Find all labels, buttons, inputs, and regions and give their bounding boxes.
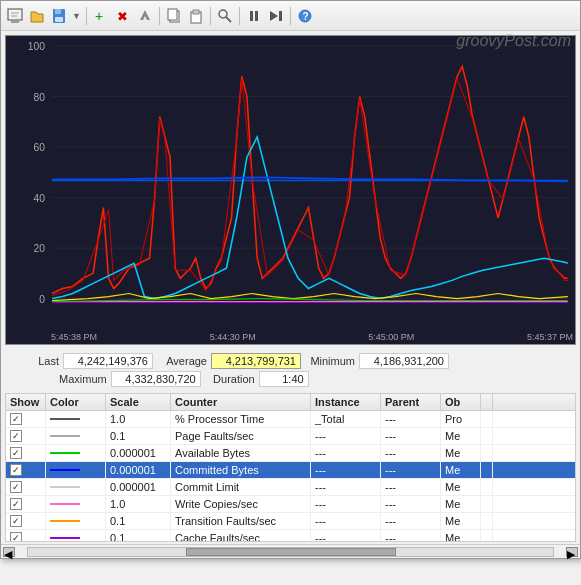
h-scrollbar-area: ◀ ▶ <box>1 544 580 558</box>
average-value: 4,213,799,731 <box>211 353 301 369</box>
save-button[interactable] <box>49 6 69 26</box>
counter-cell: Available Bytes <box>171 445 311 461</box>
counter-cell: Committed Bytes <box>171 462 311 478</box>
x-label-1: 5:45:38 PM <box>51 332 97 342</box>
show-checkbox[interactable] <box>10 481 22 493</box>
svg-text:80: 80 <box>34 92 46 103</box>
add-counter-button[interactable]: + <box>91 6 111 26</box>
col-show: Show <box>6 394 46 410</box>
col-scale: Scale <box>106 394 171 410</box>
help-button[interactable]: ? <box>295 6 315 26</box>
performance-chart: 100 80 60 40 20 0 <box>5 35 576 345</box>
show-checkbox[interactable] <box>10 515 22 527</box>
h-scrollbar-thumb[interactable] <box>186 548 396 556</box>
svg-text:100: 100 <box>28 41 45 52</box>
last-value: 4,242,149,376 <box>63 353 153 369</box>
ob-cell: Me <box>441 462 481 478</box>
col-color: Color <box>46 394 106 410</box>
new-counter-set-button[interactable] <box>5 6 25 26</box>
svg-text:40: 40 <box>34 193 46 204</box>
instance-cell: --- <box>311 479 381 495</box>
svg-rect-0 <box>8 9 22 20</box>
svg-rect-10 <box>168 9 177 20</box>
table-row[interactable]: 0.000001Commit Limit------Me <box>6 479 575 496</box>
instance-cell: --- <box>311 530 381 541</box>
col-counter: Counter <box>171 394 311 410</box>
last-label: Last <box>9 355 59 367</box>
scale-cell: 0.1 <box>106 428 171 444</box>
scroll-right-btn[interactable]: ▶ <box>566 547 578 557</box>
ob-cell: Me <box>441 496 481 512</box>
svg-text:✖: ✖ <box>117 9 128 24</box>
ob-cell: Me <box>441 530 481 541</box>
counter-cell: % Processor Time <box>171 411 311 427</box>
average-label: Average <box>157 355 207 367</box>
scale-cell: 0.1 <box>106 513 171 529</box>
ob-cell: Me <box>441 428 481 444</box>
scroll-left-btn[interactable]: ◀ <box>3 547 15 557</box>
minimum-label: Minimum <box>305 355 355 367</box>
sep5 <box>290 7 291 25</box>
table-row[interactable]: 1.0% Processor Time_Total---Pro <box>6 411 575 428</box>
skip-button[interactable] <box>266 6 286 26</box>
counter-cell: Commit Limit <box>171 479 311 495</box>
show-checkbox[interactable] <box>10 464 22 476</box>
x-label-3: 5:45:00 PM <box>368 332 414 342</box>
main-window: ▼ + ✖ ? groovyPo <box>0 0 581 559</box>
table-row[interactable]: 1.0Write Copies/sec------Me <box>6 496 575 513</box>
table-body: 1.0% Processor Time_Total---Pro0.1Page F… <box>6 411 575 541</box>
scale-cell: 1.0 <box>106 411 171 427</box>
show-checkbox[interactable] <box>10 447 22 459</box>
show-checkbox[interactable] <box>10 430 22 442</box>
svg-text:0: 0 <box>39 294 45 305</box>
svg-rect-6 <box>55 17 63 22</box>
h-scrollbar[interactable] <box>27 547 554 557</box>
scale-cell: 1.0 <box>106 496 171 512</box>
counter-cell: Transition Faults/sec <box>171 513 311 529</box>
parent-cell: --- <box>381 445 441 461</box>
svg-rect-16 <box>255 11 258 21</box>
open-button[interactable] <box>27 6 47 26</box>
col-scroll <box>481 394 493 410</box>
svg-text:?: ? <box>302 11 308 22</box>
parent-cell: --- <box>381 479 441 495</box>
col-ob: Ob <box>441 394 481 410</box>
search-button[interactable] <box>215 6 235 26</box>
svg-marker-17 <box>270 11 278 21</box>
counter-cell: Write Copies/sec <box>171 496 311 512</box>
show-checkbox[interactable] <box>10 413 22 425</box>
maximum-label: Maximum <box>9 373 107 385</box>
instance-cell: --- <box>311 445 381 461</box>
instance-cell: --- <box>311 428 381 444</box>
x-label-2: 5:44:30 PM <box>210 332 256 342</box>
table-row[interactable]: 0.1Transition Faults/sec------Me <box>6 513 575 530</box>
ob-cell: Me <box>441 479 481 495</box>
copy-button[interactable] <box>164 6 184 26</box>
pause-button[interactable] <box>244 6 264 26</box>
svg-rect-12 <box>193 10 199 14</box>
duration-value: 1:40 <box>259 371 309 387</box>
svg-text:20: 20 <box>34 243 46 254</box>
save-dropdown[interactable]: ▼ <box>71 11 82 21</box>
instance-cell: _Total <box>311 411 381 427</box>
scale-cell: 0.000001 <box>106 479 171 495</box>
minimum-value: 4,186,931,200 <box>359 353 449 369</box>
paste-button[interactable] <box>186 6 206 26</box>
ob-cell: Pro <box>441 411 481 427</box>
svg-line-14 <box>226 17 231 22</box>
col-instance: Instance <box>311 394 381 410</box>
table-row[interactable]: 0.1Page Faults/sec------Me <box>6 428 575 445</box>
table-row[interactable]: 0.000001Available Bytes------Me <box>6 445 575 462</box>
highlight-button[interactable] <box>135 6 155 26</box>
delete-button[interactable]: ✖ <box>113 6 133 26</box>
svg-text:+: + <box>95 8 103 24</box>
parent-cell: --- <box>381 462 441 478</box>
table-header: Show Color Scale Counter Instance Parent… <box>6 394 575 411</box>
parent-cell: --- <box>381 411 441 427</box>
show-checkbox[interactable] <box>10 498 22 510</box>
table-row[interactable]: 0.000001Committed Bytes------Me <box>6 462 575 479</box>
table-row[interactable]: 0.1Cache Faults/sec------Me <box>6 530 575 541</box>
sep1 <box>86 7 87 25</box>
parent-cell: --- <box>381 428 441 444</box>
show-checkbox[interactable] <box>10 532 22 541</box>
